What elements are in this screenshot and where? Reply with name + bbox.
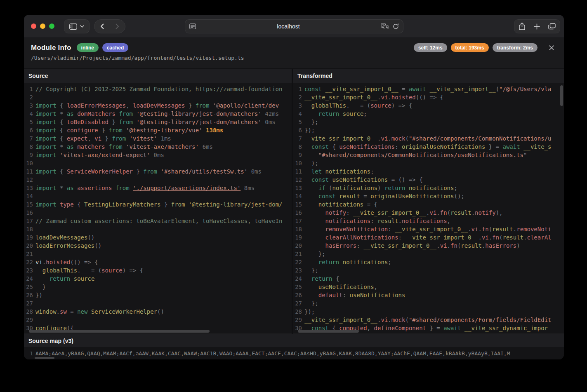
code-line: 20loadErrorMessages() [24,242,292,250]
code-line: 13 if (notifications) return notificatio… [293,184,564,192]
timing-total: total: 193ms [451,43,489,52]
code-line: 24 return { [293,275,564,283]
address-bar[interactable]: localhost [185,19,403,33]
line-number: 19 [24,233,35,242]
code-line: 27 [24,299,292,307]
transformed-code[interactable]: 1const __vite_ssr_import_0__ = await __v… [293,83,564,333]
sidebar-icon [69,23,77,30]
tabs-button[interactable] [548,23,556,30]
code-line: 17// Zammad custom assertions: toBeAvata… [24,217,292,225]
code-line: 14 const result = originalUseNotificatio… [293,192,564,200]
code-line: 12 [24,176,292,184]
line-number: 18 [293,225,304,233]
reload-button[interactable] [393,23,399,30]
line-number: 5 [24,118,35,126]
line-number: 12 [293,176,304,184]
line-number: 14 [24,192,35,200]
share-button[interactable] [519,22,526,31]
line-number: 17 [24,217,35,225]
line-number: 22 [24,258,35,266]
code-panes: Source 1// Copyright (C) 2012-2025 Zamma… [24,68,564,334]
line-number: 19 [293,233,304,242]
site-settings-icon[interactable] [189,23,196,29]
translate-icon[interactable] [381,23,389,30]
code-line: 22vi.hoisted(() => { [24,258,292,266]
source-horizontal-scrollbar[interactable] [29,330,210,333]
page-title: Module Info [31,44,71,52]
new-tab-button[interactable] [534,23,540,30]
code-line: 15 notifications = { [293,200,564,209]
browser-toolbar: localhost [24,15,564,38]
back-button[interactable] [94,20,110,33]
sidebar-toggle-button[interactable] [64,19,90,33]
transformed-horizontal-scrollbar[interactable] [298,330,359,333]
module-path: /Users/vladimir/Projects/zammad/app/fron… [31,55,556,61]
code-line: 7__vite_ssr_import_0__.vi.mock("#shared/… [293,134,564,143]
code-line: 15import type { TestingLibraryMatchers }… [24,200,292,209]
code-line: 5 }; [293,118,564,126]
line-number: 10 [293,159,304,167]
line-number: 18 [24,225,35,233]
line-number: 28 [293,307,304,316]
window-zoom-button[interactable] [49,23,54,29]
forward-button[interactable] [110,20,125,33]
line-number: 5 [293,118,304,126]
code-line: 13import * as assertions from './support… [24,184,292,192]
line-number: 4 [293,110,304,118]
line-number: 26 [24,291,35,299]
code-line: 29__vite_ssr_import_0__.vi.mock("#shared… [293,316,564,324]
line-number: 7 [24,134,35,143]
code-line: 18 [24,225,292,233]
timing-self: self: 12ms [414,43,447,52]
line-number: 6 [24,126,35,134]
line-number: 17 [293,217,304,225]
sourcemap-line-number: 1 [24,350,35,357]
source-code[interactable]: 1// Copyright (C) 2012-2025 Zammad Found… [24,83,292,333]
navigation-buttons [94,19,125,33]
line-number: 20 [24,242,35,250]
line-number: 13 [293,184,304,192]
code-line: 26}) [24,291,292,299]
line-number: 16 [24,209,35,217]
close-button[interactable] [547,44,556,52]
line-number: 24 [24,275,35,283]
code-line: 1// Copyright (C) 2012-2025 Zammad Found… [24,85,292,93]
badge-cached: cached [102,43,128,52]
line-number: 4 [24,110,35,118]
line-number: 27 [24,299,35,307]
code-line: 20 hasErrors: __vite_ssr_import_0__.vi.f… [293,242,564,250]
module-badges: inlinecached [77,43,129,52]
window-minimize-button[interactable] [40,23,45,29]
transformed-vertical-scrollbar[interactable] [560,85,563,106]
code-line: 1const __vite_ssr_import_0__ = await __v… [293,85,564,93]
code-line: 5import { toBeDisabled } from '@testing-… [24,118,292,126]
code-line: 21 [24,250,292,258]
timing-transform: transform: 2ms [493,43,537,52]
code-line: 16 [24,209,292,217]
line-number: 15 [24,200,35,209]
transformed-pane: Transformed 1const __vite_ssr_import_0__… [293,69,564,334]
code-line: 22 return notifications; [293,258,564,266]
code-line: 3 globalThis.__ = (source) => { [293,101,564,110]
window-close-button[interactable] [31,23,36,29]
line-number: 25 [293,283,304,291]
code-line: 8 const { useNotifications: originalUseN… [293,143,564,151]
code-line: 11 let notifications; [293,167,564,176]
sourcemap-row[interactable]: 1 AAMA;AAeA,yBAAG,QAAQ,MAAM;AACf,aAAW,KA… [24,347,564,359]
line-number: 26 [293,291,304,299]
url-text[interactable]: localhost [196,23,381,30]
line-number: 2 [24,93,35,101]
code-line: 25 useNotifications, [293,283,564,291]
line-number: 6 [293,126,304,134]
line-number: 21 [293,250,304,258]
line-number: 11 [293,167,304,176]
line-number: 10 [24,159,35,167]
code-line: 16 notify: __vite_ssr_import_0__.vi.fn(r… [293,209,564,217]
sourcemap-horizontal-scrollbar[interactable] [35,357,54,359]
line-number: 23 [293,266,304,275]
chevron-down-icon [80,25,84,28]
line-number: 29 [293,316,304,324]
code-line: 9 "#shared/components/CommonNotification… [293,151,564,159]
sourcemap-title: Source map (v3) [24,334,564,347]
line-number: 21 [24,250,35,258]
